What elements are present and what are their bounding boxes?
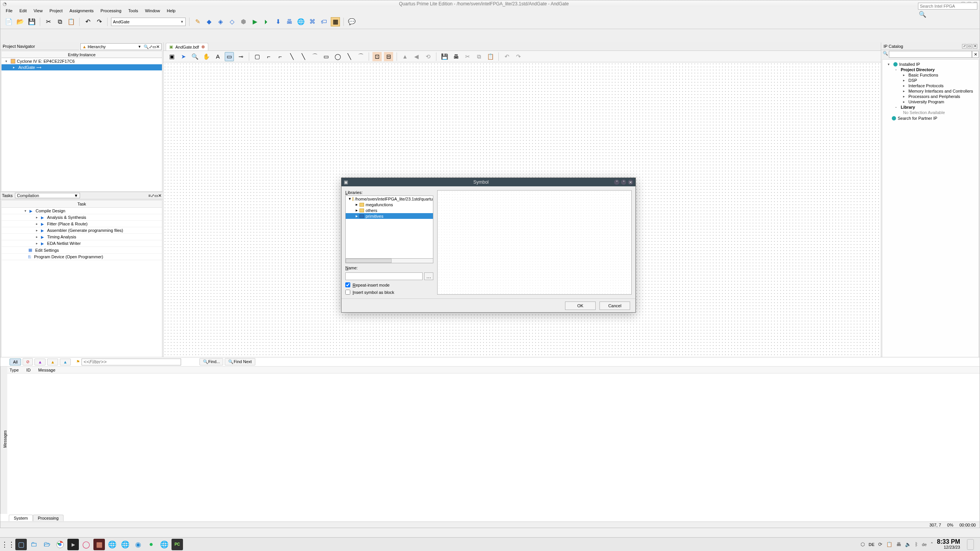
tb-terminal-icon[interactable]: ▢	[15, 539, 27, 550]
ip-memory[interactable]: ▸Memory Interfaces and Controllers	[884, 88, 977, 94]
browse-button[interactable]: …	[424, 272, 433, 280]
task-analysis-synthesis[interactable]: ▸▶Analysis & Synthesis	[2, 214, 162, 221]
task-compile-design[interactable]: ▾▶Compile Design	[2, 208, 162, 214]
tb-konsole-icon[interactable]: ▸	[67, 539, 79, 550]
tray-clipboard-icon[interactable]: 📋	[886, 541, 892, 547]
libraries-tree[interactable]: ▾/home/sven/intelFPGA_lite/23.1std/quart…	[345, 196, 433, 259]
nav-undock-icon[interactable]: ▭	[152, 44, 156, 49]
tray-lang[interactable]: de	[922, 542, 926, 547]
tasks-pin-icon[interactable]: ⤢	[151, 193, 154, 198]
lib-root[interactable]: ▾/home/sven/intelFPGA_lite/23.1std/quart…	[346, 196, 433, 202]
ed-save-icon[interactable]: 💾	[440, 52, 449, 61]
menu-edit[interactable]: Edit	[16, 8, 30, 14]
ip-search-clear[interactable]: ✕	[972, 51, 979, 58]
ip-undock-icon[interactable]: ▭	[967, 44, 972, 49]
ip-close-icon[interactable]: ✕	[973, 44, 977, 49]
ed-print-icon[interactable]: 🖶	[451, 52, 461, 61]
task-fitter[interactable]: ▸▶Fitter (Place & Route)	[2, 221, 162, 227]
show-desktop-button[interactable]	[967, 539, 974, 550]
ed-paste-icon[interactable]: 📋	[486, 52, 495, 61]
download-icon[interactable]: ⬇	[273, 17, 283, 26]
task-edit-settings[interactable]: ▦Edit Settings	[2, 247, 162, 254]
tray-bluetooth-icon[interactable]: ᛒ	[915, 541, 918, 547]
open-file-icon[interactable]: 📂	[16, 17, 25, 26]
taskbar-clock[interactable]: 8:33 PM 12/23/23	[937, 539, 960, 550]
msg-tab-system[interactable]: System	[9, 515, 33, 521]
symbol-name-input[interactable]	[345, 272, 423, 280]
ip-university[interactable]: ▸University Program	[884, 99, 977, 104]
lib-megafunctions[interactable]: ▸megafunctions	[346, 202, 433, 207]
menu-view[interactable]: View	[31, 8, 46, 14]
tasks-mode-selector[interactable]: Compilation▼	[15, 193, 80, 198]
pointer-icon[interactable]: ➤	[179, 52, 188, 61]
save-icon[interactable]: 💾	[27, 17, 36, 26]
print-icon[interactable]: 🖶	[285, 17, 294, 26]
tb-folder-icon[interactable]: 🗁	[41, 539, 53, 550]
new-file-icon[interactable]: 📄	[4, 17, 13, 26]
repeat-insert-checkbox[interactable]: Repeat-insert mode	[345, 282, 433, 287]
tb-browser1-icon[interactable]: 🌐	[106, 539, 118, 550]
ed-copy-icon[interactable]: ⧉	[474, 52, 483, 61]
pan-icon[interactable]: ✋	[202, 52, 211, 61]
wire-icon[interactable]: ╲	[287, 52, 296, 61]
ip-processors[interactable]: ▸Processors and Peripherals	[884, 94, 977, 99]
tb-files-icon[interactable]: 🗀	[28, 539, 40, 550]
msg-col-type[interactable]: Type	[10, 368, 19, 372]
msg-filter-all[interactable]: All	[10, 359, 21, 365]
partial-line-icon[interactable]: ⊟	[384, 52, 393, 61]
menu-help[interactable]: Help	[164, 8, 179, 14]
tb-chrome-icon[interactable]	[54, 539, 66, 550]
insert-as-block-checkbox[interactable]: Insert symbol as block	[345, 290, 433, 295]
stop-icon[interactable]: ⬢	[239, 17, 248, 26]
flip-v-icon[interactable]: ◀	[412, 52, 421, 61]
play-icon[interactable]: ▶	[250, 17, 260, 26]
tasks-close-icon[interactable]: ✕	[158, 193, 162, 198]
msg-filter-input[interactable]	[82, 359, 181, 365]
zoom-icon[interactable]: 🔍	[190, 52, 199, 61]
dialog-close-icon[interactable]: ✕	[628, 179, 633, 185]
tb-app1-icon[interactable]: ◯	[80, 539, 92, 550]
ip-interface[interactable]: ▸Interface Protocols	[884, 83, 977, 88]
tb-pycharm-icon[interactable]: PC	[172, 539, 183, 550]
msg-col-message[interactable]: Message	[38, 368, 56, 372]
menu-tools[interactable]: Tools	[125, 8, 141, 14]
rect-icon[interactable]: ▭	[322, 52, 331, 61]
start-button[interactable]: ⋮⋮	[2, 539, 14, 550]
play-plus-icon[interactable]: ⏵	[262, 17, 271, 26]
undo-icon[interactable]: ↶	[83, 17, 92, 26]
tab-close-icon[interactable]: ⊗	[201, 44, 205, 49]
zoom-fit-icon[interactable]: ▣	[167, 52, 176, 61]
tb-app3-icon[interactable]: 🌐	[158, 539, 170, 550]
tray-kbd-layout[interactable]: DE	[869, 542, 874, 547]
rotate-icon[interactable]: ⟲	[423, 52, 433, 61]
tb-browser2-icon[interactable]: 🌐	[119, 539, 131, 550]
paste-icon[interactable]: 📋	[67, 17, 76, 26]
entity-row[interactable]: ▸AndGate ⟶	[2, 64, 162, 70]
ip-project-dir[interactable]: -Project Directory	[884, 67, 977, 72]
rubber-band-icon[interactable]: ⊡	[372, 52, 382, 61]
menu-window[interactable]: Window	[142, 8, 163, 14]
wand-icon[interactable]: ✎	[193, 17, 202, 26]
tray-volume-icon[interactable]: 🔈	[905, 541, 911, 547]
lib-hscroll[interactable]	[345, 259, 433, 263]
tray-icon-1[interactable]: ⬡	[861, 541, 865, 547]
ip-partner-search[interactable]: ⬤Search for Partner IP	[884, 115, 977, 121]
tb-spotify-icon[interactable]: ●	[145, 539, 157, 550]
chat-icon[interactable]: 💬	[347, 17, 356, 26]
pin-tool-icon[interactable]: ⊸	[236, 52, 245, 61]
search-intel-fpga-input[interactable]	[918, 3, 977, 10]
block-icon[interactable]: ▢	[253, 52, 262, 61]
diag-wire-icon[interactable]: ╲	[299, 52, 308, 61]
ed-undo-icon[interactable]: ↶	[502, 52, 511, 61]
device-row[interactable]: ▾Cyclone IV E: EP4CE22F17C6	[2, 58, 162, 64]
ip-library[interactable]: -Library	[884, 104, 977, 110]
dialog-min-icon[interactable]: ˅	[614, 179, 619, 185]
msg-filter-warning-icon[interactable]: ▲	[47, 359, 58, 365]
ip-pin-icon[interactable]: ⤢	[962, 44, 967, 49]
ip-installed[interactable]: ▾⬤Installed IP	[884, 61, 977, 67]
msg-tab-processing[interactable]: Processing	[33, 515, 64, 521]
lib-primitives[interactable]: ▸primitives	[346, 213, 433, 219]
messages-side-label[interactable]: Messages	[0, 367, 7, 514]
tray-update-icon[interactable]: ⟳	[878, 541, 882, 547]
cancel-button[interactable]: Cancel	[599, 302, 630, 310]
